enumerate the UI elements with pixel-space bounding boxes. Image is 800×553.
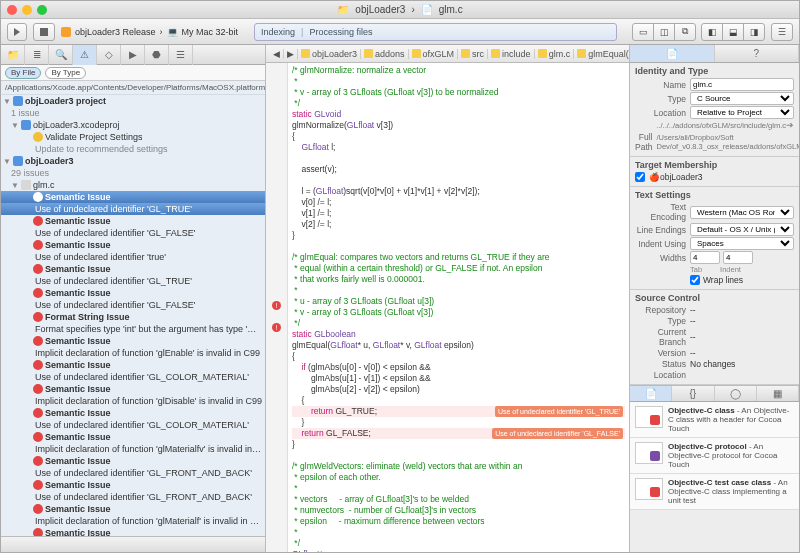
issue-detail[interactable]: Use of undeclared identifier 'GL_TRUE' — [1, 275, 265, 287]
issue-row[interactable]: Semantic Issue — [1, 383, 265, 395]
toggle-navigator-button[interactable]: ◧ — [701, 23, 723, 41]
selected-issue[interactable]: Semantic Issue — [1, 191, 265, 203]
stop-button[interactable] — [33, 23, 55, 41]
scheme-selector[interactable]: objLoader3 Release › 💻 My Mac 32-bit — [61, 27, 238, 37]
issue-detail[interactable]: Use of undeclared identifier 'GL_FALSE' — [1, 227, 265, 239]
issue-detail[interactable]: Use of undeclared identifier 'GL_FRONT_A… — [1, 467, 265, 479]
navigator-filter-bar[interactable] — [1, 536, 265, 552]
toggle-inspector-button[interactable]: ◨ — [743, 23, 765, 41]
source-editor[interactable]: /* glmNormalize: normalize a vector * * … — [288, 63, 629, 552]
error-marker-icon[interactable]: ! — [272, 301, 281, 310]
file-type-select[interactable]: C Source — [690, 92, 794, 105]
issue-row[interactable]: Semantic Issue — [1, 527, 265, 536]
encoding-select[interactable]: Western (Mac OS Roman) — [690, 206, 794, 219]
jump-bar-item[interactable]: src — [458, 49, 488, 59]
issue-detail[interactable]: Use of undeclared identifier 'GL_COLOR_M… — [1, 419, 265, 431]
jump-bar-item[interactable]: glm.c — [535, 49, 575, 59]
library-item[interactable]: Objective-C test case class - An Objecti… — [630, 474, 799, 510]
zoom-icon[interactable] — [37, 5, 47, 15]
choose-path-icon[interactable]: ➔ — [786, 120, 794, 131]
breakpoint-nav-tab[interactable]: ⬣ — [145, 45, 169, 65]
issue-row[interactable]: Semantic Issue — [1, 503, 265, 515]
run-button[interactable] — [7, 23, 27, 41]
file-template-tab[interactable]: 📄 — [630, 386, 672, 401]
jump-bar-item[interactable]: glmEqual() — [574, 49, 636, 59]
issue-detail[interactable]: Use of undeclared identifier 'GL_FALSE' — [1, 299, 265, 311]
wrap-lines-checkbox[interactable] — [690, 275, 700, 285]
project-nav-tab[interactable]: 📁 — [1, 45, 25, 65]
search-nav-tab[interactable]: 🔍 — [49, 45, 73, 65]
issue-row[interactable]: Semantic Issue — [1, 239, 265, 251]
issue-detail[interactable]: Implicit declaration of function 'glMate… — [1, 443, 265, 455]
error-marker-icon[interactable]: ! — [272, 323, 281, 332]
target-membership-header: Target Membership — [635, 160, 794, 170]
issue-row[interactable]: Semantic Issue — [1, 335, 265, 347]
filter-by-type[interactable]: By Type — [45, 67, 86, 79]
issue-row[interactable]: Semantic Issue — [1, 407, 265, 419]
issue-row[interactable]: Format String Issue — [1, 311, 265, 323]
view-segmented[interactable]: ◧ ⬓ ◨ — [702, 23, 765, 41]
issue-detail[interactable]: Implicit declaration of function 'glMate… — [1, 515, 265, 527]
line-endings-select[interactable]: Default - OS X / Unix (LF) — [690, 223, 794, 236]
filter-by-file[interactable]: By File — [5, 67, 41, 79]
issue-nav-tab[interactable]: ⚠ — [73, 45, 97, 65]
code-snippet-tab[interactable]: {} — [672, 386, 714, 401]
editor-area: ◀ ▶ objLoader3addonsofxGLMsrcincludeglm.… — [266, 45, 629, 552]
debug-nav-tab[interactable]: ▶ — [121, 45, 145, 65]
library-item[interactable]: Objective-C protocol - An Objective-C pr… — [630, 438, 799, 474]
location-select[interactable]: Relative to Project — [690, 106, 794, 119]
gutter[interactable]: ! ! — [266, 63, 288, 552]
toggle-debug-button[interactable]: ⬓ — [722, 23, 744, 41]
symbol-nav-tab[interactable]: ≣ — [25, 45, 49, 65]
activity-view: Indexing|Processing files — [254, 23, 617, 41]
standard-editor-button[interactable]: ▭ — [632, 23, 654, 41]
minimize-icon[interactable] — [22, 5, 32, 15]
tab-width-input[interactable] — [690, 251, 720, 264]
close-icon[interactable] — [7, 5, 17, 15]
issue-tree[interactable]: ▼objLoader3 project 1 issue ▼objLoader3.… — [1, 95, 265, 536]
issue-row[interactable]: Semantic Issue — [1, 287, 265, 299]
identity-header: Identity and Type — [635, 66, 794, 76]
file-name-input[interactable] — [690, 78, 794, 91]
issue-detail[interactable]: Implicit declaration of function 'glDisa… — [1, 395, 265, 407]
issue-row[interactable]: Semantic Issue — [1, 455, 265, 467]
template-icon — [635, 406, 663, 428]
jump-bar[interactable]: ◀ ▶ objLoader3addonsofxGLMsrcincludeglm.… — [266, 45, 629, 63]
forward-button[interactable]: ▶ — [284, 49, 298, 59]
test-nav-tab[interactable]: ◇ — [97, 45, 121, 65]
editor-mode-segmented[interactable]: ▭ ◫ ⧉ — [633, 23, 696, 41]
version-editor-button[interactable]: ⧉ — [674, 23, 696, 41]
titlebar: 📁objLoader3›📄glm.c — [1, 1, 799, 19]
assistant-editor-button[interactable]: ◫ — [653, 23, 675, 41]
log-nav-tab[interactable]: ☰ — [169, 45, 193, 65]
indent-using-select[interactable]: Spaces — [690, 237, 794, 250]
issue-detail[interactable]: Format specifies type 'int' but the argu… — [1, 323, 265, 335]
jump-bar-item[interactable]: include — [488, 49, 535, 59]
inline-error-badge[interactable]: Use of undeclared identifier 'GL_TRUE' — [495, 406, 623, 417]
indent-width-input[interactable] — [723, 251, 753, 264]
issue-row[interactable]: Semantic Issue — [1, 359, 265, 371]
issue-row[interactable]: Semantic Issue — [1, 479, 265, 491]
file-inspector-tab[interactable]: 📄 — [630, 45, 715, 62]
issue-detail[interactable]: Use of undeclared identifier 'GL_FRONT_A… — [1, 491, 265, 503]
issue-row[interactable]: Semantic Issue — [1, 431, 265, 443]
issue-row[interactable]: Semantic Issue — [1, 263, 265, 275]
navigator-tabs: 📁 ≣ 🔍 ⚠ ◇ ▶ ⬣ ☰ — [1, 45, 265, 65]
issue-detail[interactable]: Use of undeclared identifier 'GL_COLOR_M… — [1, 371, 265, 383]
issue-detail[interactable]: Implicit declaration of function 'glEnab… — [1, 347, 265, 359]
target-checkbox[interactable] — [635, 172, 645, 182]
issue-detail[interactable]: Use of undeclared identifier 'true' — [1, 251, 265, 263]
inline-error-badge[interactable]: Use of undeclared identifier 'GL_FALSE' — [492, 428, 623, 439]
back-button[interactable]: ◀ — [270, 49, 284, 59]
object-tab[interactable]: ◯ — [715, 386, 757, 401]
jump-bar-item[interactable]: objLoader3 — [298, 49, 361, 59]
inspector-panel: 📄 ? Identity and Type Name TypeC Source … — [629, 45, 799, 552]
media-tab[interactable]: ▦ — [757, 386, 799, 401]
library-item[interactable]: Objective-C class - An Objective-C class… — [630, 402, 799, 438]
window-title: 📁objLoader3›📄glm.c — [1, 4, 799, 15]
jump-bar-item[interactable]: ofxGLM — [409, 49, 459, 59]
organizer-button[interactable]: ☰ — [771, 23, 793, 41]
issue-row[interactable]: Semantic Issue — [1, 215, 265, 227]
jump-bar-item[interactable]: addons — [361, 49, 409, 59]
help-inspector-tab[interactable]: ? — [715, 45, 800, 62]
